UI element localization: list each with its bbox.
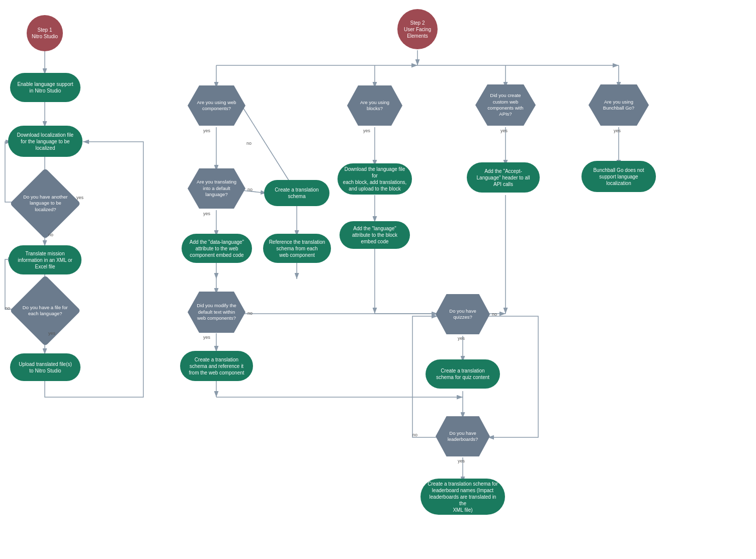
step1-node: Step 1 Nitro Studio [27, 15, 63, 51]
modify-default-node: Did you modify the default text within w… [188, 292, 245, 333]
using-web-node: Are you using web components? [188, 85, 245, 126]
using-bunchball-label: Are you using Bunchball Go? [589, 99, 649, 112]
yes-label-leader: yes [458, 458, 465, 463]
download-node: Download localization file for the langu… [8, 126, 82, 157]
yes-label-web: yes [203, 128, 210, 133]
create-schema-label: Create a translation schema [275, 187, 318, 200]
step2-node: Step 2 User Facing Elements [397, 9, 438, 49]
another-lang-label: Do you have another language to be local… [20, 192, 70, 215]
create-schema-ref-label: Create a translation schema and referenc… [189, 356, 244, 376]
file-each-label: Do you have a file for each language? [20, 302, 70, 320]
modify-default-label: Did you modify the default text within w… [188, 303, 245, 321]
custom-web-label: Did you create custom web components wit… [475, 92, 536, 117]
flowchart: Step 1 Nitro Studio Enable language supp… [0, 0, 756, 559]
connectors-svg [0, 0, 756, 559]
yes-label-trans: yes [203, 211, 210, 216]
download-block-node: Download the language file for each bloc… [338, 163, 412, 195]
leaderboards-node: Do you have leaderboards? [436, 416, 490, 456]
no-label-web: no [246, 141, 251, 146]
create-leader-node: Create a translation schema for leaderbo… [421, 479, 505, 515]
yes-label-1: yes [76, 195, 83, 200]
bunchball-no-node: Bunchball Go does not support language l… [581, 161, 656, 192]
yes-label-modify: yes [203, 335, 210, 340]
no-label-leader: no [412, 432, 417, 437]
no-label-modify: no [247, 311, 253, 316]
add-lang-block-label: Add the "language" attribute to the bloc… [352, 225, 397, 245]
yes-label-2: yes [48, 331, 55, 336]
no-label-quizzes: no [492, 312, 497, 317]
quizzes-node: Do you have quizzes? [436, 294, 490, 334]
using-blocks-node: Are you using blocks? [347, 85, 402, 126]
create-schema-node: Create a translation schema [264, 180, 329, 206]
file-each-node: Do you have a file for each language? [10, 275, 80, 346]
add-data-lang-label: Add the "data-language" attribute to the… [190, 239, 244, 258]
create-leader-label: Create a translation schema for leaderbo… [426, 481, 500, 513]
using-bunchball-node: Are you using Bunchball Go? [589, 84, 649, 126]
yes-label-blocks: yes [363, 128, 370, 133]
svg-line-15 [243, 191, 267, 193]
add-accept-node: Add the "Accept- Language" header to all… [467, 162, 540, 193]
create-schema-ref-node: Create a translation schema and referenc… [180, 351, 253, 381]
no-label-2: no [5, 306, 10, 311]
translating-default-label: Are you translating into a default langu… [188, 179, 245, 198]
no-label-1: no [48, 232, 53, 237]
using-blocks-label: Are you using blocks? [347, 100, 402, 112]
create-quiz-node: Create a translation schema for quiz con… [426, 359, 500, 389]
yes-label-custom: yes [500, 128, 508, 133]
quizzes-label: Do you have quizzes? [436, 308, 490, 321]
download-block-label: Download the language file for each bloc… [343, 166, 407, 192]
enable-node: Enable language support in Nitro Studio [10, 73, 80, 102]
add-accept-label: Add the "Accept- Language" header to all… [477, 168, 530, 188]
translate-node: Translate mission information in an XML … [9, 245, 81, 274]
step1-label: Step 1 Nitro Studio [32, 27, 58, 40]
yes-label-bunchball: yes [614, 128, 621, 133]
upload-node: Upload translated file(s) to Nitro Studi… [10, 353, 80, 381]
step2-label: Step 2 User Facing Elements [404, 20, 431, 39]
no-label-trans: no [247, 187, 253, 192]
yes-label-quizzes: yes [458, 336, 465, 341]
translating-default-node: Are you translating into a default langu… [188, 168, 245, 209]
enable-label: Enable language support in Nitro Studio [17, 81, 73, 94]
custom-web-node: Did you create custom web components wit… [475, 84, 536, 126]
leaderboards-label: Do you have leaderboards? [436, 430, 490, 443]
create-quiz-label: Create a translation schema for quiz con… [436, 367, 489, 381]
add-data-lang-node: Add the "data-language" attribute to the… [182, 234, 252, 263]
bunchball-no-label: Bunchball Go does not support language l… [593, 167, 644, 187]
ref-schema-node: Reference the translation schema from ea… [263, 234, 331, 263]
translate-label: Translate mission information in an XML … [18, 250, 72, 270]
another-lang-node: Do you have another language to be local… [10, 168, 80, 239]
download-label: Download localization file for the langu… [17, 132, 73, 151]
add-lang-block-node: Add the "language" attribute to the bloc… [340, 221, 410, 249]
using-web-label: Are you using web components? [188, 100, 245, 112]
upload-label: Upload translated file(s) to Nitro Studi… [19, 361, 72, 374]
ref-schema-label: Reference the translation schema from ea… [269, 239, 325, 258]
